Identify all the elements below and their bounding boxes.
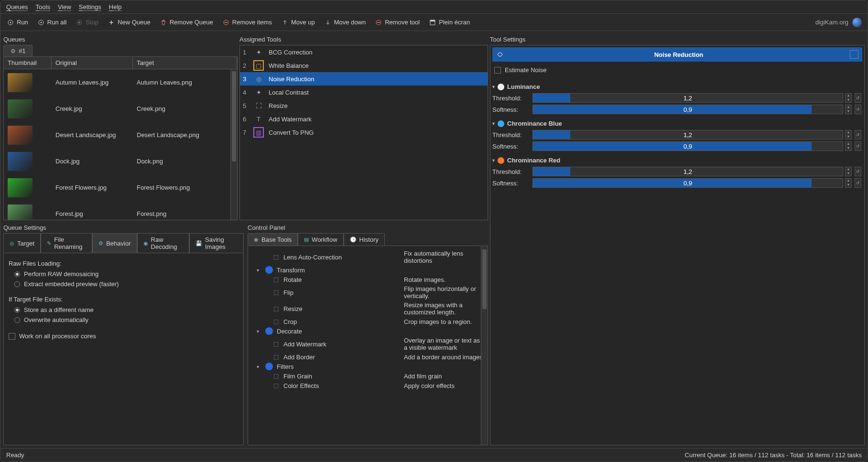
ifexists-label: If Target File Exists:: [9, 294, 239, 305]
threshold-value: 1,2: [533, 130, 843, 139]
threshold-slider[interactable]: 1,2: [532, 167, 843, 176]
tree-item[interactable]: ⬚Add BorderAdd a border around images: [251, 352, 485, 362]
menu-help[interactable]: Help: [109, 3, 122, 11]
softness-reset[interactable]: ↺: [855, 105, 861, 114]
menu-queues[interactable]: Queues: [6, 3, 28, 11]
tree-category[interactable]: ▾Filters: [251, 362, 485, 371]
col-original[interactable]: Original: [52, 57, 133, 69]
radio-demosaic[interactable]: Perform RAW demosaicing: [9, 269, 239, 279]
qs-tab-saving-images[interactable]: 💾Saving Images: [189, 233, 244, 253]
menu-settings[interactable]: Settings: [79, 3, 101, 11]
cp-tab-history[interactable]: 🕓History: [344, 233, 385, 246]
qs-tab-raw-decoding[interactable]: ◉Raw Decoding: [137, 233, 189, 253]
softness-spinner[interactable]: ▲▼: [845, 178, 852, 188]
softness-slider[interactable]: 0,9: [532, 141, 843, 151]
tool-icon: ▥: [253, 127, 264, 138]
radio-overwrite[interactable]: Overwrite automatically: [9, 315, 239, 325]
threshold-slider[interactable]: 1,2: [532, 93, 843, 103]
fullscreen-button[interactable]: Plein écran: [428, 17, 471, 28]
col-target[interactable]: Target: [133, 57, 237, 69]
control-scrollbar[interactable]: [481, 246, 488, 445]
brand-link[interactable]: digiKam.org: [815, 18, 862, 27]
target-name: Desert Landscape.png: [133, 131, 237, 139]
move-up-button[interactable]: Move up: [281, 17, 316, 28]
move-down-button[interactable]: Move down: [324, 17, 367, 28]
queue-tab-1[interactable]: ⚙#1: [3, 45, 33, 56]
stop-button: Stop: [75, 17, 99, 28]
tool-icon: ◎: [253, 74, 264, 84]
threshold-slider[interactable]: 1,2: [532, 130, 843, 140]
arrow-up-icon: [282, 19, 288, 26]
run-button[interactable]: Run: [6, 17, 29, 28]
original-name: Desert Landscape.jpg: [52, 131, 133, 139]
tree-item[interactable]: ⬚Color EffectsApply color effects: [251, 381, 485, 390]
assigned-tool-row[interactable]: 1✦BCG Correction: [240, 45, 488, 59]
queue-row[interactable]: Autumn Leaves.jpgAutumn Leaves.png: [4, 69, 237, 96]
queue-row[interactable]: Dock.jpgDock.png: [4, 148, 237, 174]
tree-item[interactable]: ⬚FlipFlip images horizontally or vertica…: [251, 284, 485, 301]
run-all-button[interactable]: Run all: [37, 17, 67, 28]
queue-row[interactable]: Desert Landscape.jpgDesert Landscape.png: [4, 122, 237, 148]
threshold-reset[interactable]: ↺: [855, 130, 861, 140]
menu-tools[interactable]: Tools: [36, 3, 50, 11]
radio-embedded[interactable]: Extract embedded preview (faster): [9, 279, 239, 289]
tool-item-icon: ⬚: [272, 289, 280, 296]
tool-item-icon: ⬚: [272, 340, 280, 348]
group-header[interactable]: ▾Luminance: [492, 81, 862, 92]
assigned-tool-row[interactable]: 5⛶Resize: [240, 99, 488, 112]
assigned-tool-row[interactable]: 7▥Convert To PNG: [240, 126, 488, 139]
tool-item-icon: ⬚: [272, 276, 280, 283]
qs-tab-target[interactable]: ◎Target: [3, 233, 41, 253]
col-thumbnail[interactable]: Thumbnail: [4, 57, 52, 69]
tree-item[interactable]: ⬚Lens Auto-CorrectionFix automatically l…: [251, 249, 485, 265]
tree-category[interactable]: ▾Decorate: [251, 326, 485, 336]
assigned-tool-row[interactable]: 2▢White Balance: [240, 59, 488, 72]
tree-item[interactable]: ⬚RotateRotate images.: [251, 275, 485, 284]
tool-reset-button[interactable]: [850, 50, 858, 59]
qs-tab-file-renaming[interactable]: ✎File Renaming: [41, 233, 92, 253]
softness-reset[interactable]: ↺: [855, 141, 861, 151]
tree-desc: Apply color effects: [404, 382, 485, 389]
group-header[interactable]: ▾Chrominance Red: [492, 155, 862, 166]
estimate-noise-checkbox[interactable]: Estimate Noise: [492, 62, 862, 78]
threshold-reset[interactable]: ↺: [855, 93, 861, 103]
tab-label: Target: [17, 240, 34, 247]
radio-store-as[interactable]: Store as a different name: [9, 305, 239, 315]
cp-tab-workflow[interactable]: ▤Workflow: [298, 233, 343, 246]
queue-scrollbar[interactable]: [230, 69, 237, 220]
remove-tool-button[interactable]: Remove tool: [374, 17, 421, 28]
tool-label: Add Watermark: [269, 116, 312, 123]
cp-tab-base-tools[interactable]: ◉Base Tools: [248, 233, 298, 246]
row-number: 2: [243, 62, 249, 69]
softness-spinner[interactable]: ▲▼: [845, 141, 852, 151]
qs-tab-behavior[interactable]: ⚙Behavior: [92, 233, 137, 253]
remove-items-button[interactable]: Remove items: [222, 17, 273, 28]
assigned-tool-row[interactable]: 4✦Local Contrast: [240, 86, 488, 99]
tool-label: White Balance: [269, 62, 309, 69]
tree-item[interactable]: ⬚Add WatermarkOverlay an image or text a…: [251, 336, 485, 352]
menu-view[interactable]: View: [58, 3, 71, 11]
tree-item[interactable]: ⬚Film GrainAdd film grain: [251, 371, 485, 381]
queue-row[interactable]: Forest.jpgForest.png: [4, 201, 237, 220]
softness-reset[interactable]: ↺: [855, 178, 861, 188]
tree-item[interactable]: ⬚ResizeResize images with a customized l…: [251, 301, 485, 317]
softness-slider[interactable]: 0,9: [532, 178, 843, 188]
queue-row[interactable]: Forest Flowers.jpgForest Flowers.png: [4, 174, 237, 201]
threshold-spinner[interactable]: ▲▼: [845, 130, 852, 140]
assigned-tool-row[interactable]: 6TAdd Watermark: [240, 112, 488, 126]
target-name: Autumn Leaves.png: [133, 79, 237, 86]
new-queue-button[interactable]: New Queue: [107, 17, 152, 28]
threshold-spinner[interactable]: ▲▼: [845, 167, 852, 176]
threshold-spinner[interactable]: ▲▼: [845, 93, 852, 103]
softness-spinner[interactable]: ▲▼: [845, 105, 852, 114]
queue-row[interactable]: Creek.jpgCreek.png: [4, 96, 237, 122]
tree-category[interactable]: ▾Transform: [251, 265, 485, 275]
check-all-cores[interactable]: Work on all processor cores: [9, 330, 239, 341]
threshold-reset[interactable]: ↺: [855, 167, 861, 176]
softness-slider[interactable]: 0,9: [532, 105, 843, 114]
remove-queue-button[interactable]: Remove Queue: [159, 17, 214, 28]
tree-item[interactable]: ⬚CropCrop images to a region.: [251, 317, 485, 326]
assigned-tool-row[interactable]: 3◎Noise Reduction: [240, 72, 488, 86]
tree-desc: Add a border around images: [404, 354, 485, 361]
group-header[interactable]: ▾Chrominance Blue: [492, 118, 862, 129]
